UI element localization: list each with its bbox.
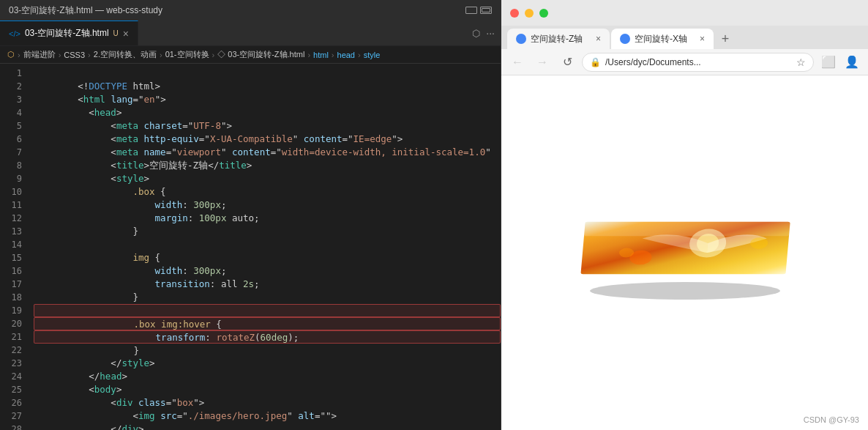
back-button[interactable]: ← bbox=[507, 52, 528, 73]
address-text: /Users/dyc/Documents... bbox=[605, 57, 792, 67]
rotated-hero-image bbox=[568, 194, 802, 311]
browser-tab-2[interactable]: 空间旋转-X轴 × bbox=[611, 29, 714, 49]
breadcrumb-item-frontend[interactable]: 前端进阶 bbox=[23, 49, 56, 60]
traffic-light-red[interactable] bbox=[510, 9, 519, 18]
browser-content: CSDN @GY-93 bbox=[501, 75, 868, 430]
tab-file-icon: </> bbox=[9, 29, 20, 38]
browser-tab-2-label: 空间旋转-X轴 bbox=[635, 33, 687, 45]
tab-actions: ⬡ ··· bbox=[466, 21, 501, 45]
nav-extra-buttons: ⬜ 👤 bbox=[818, 52, 862, 73]
breadcrumb-item-html[interactable]: html bbox=[313, 51, 329, 59]
tab-modified-indicator: U bbox=[113, 29, 119, 37]
window-minimize-btn[interactable] bbox=[465, 7, 477, 14]
active-tab[interactable]: </> 03-空间旋转-Z轴.html U × bbox=[0, 21, 138, 45]
breadcrumb-item-style[interactable]: style bbox=[364, 51, 381, 59]
code-editor[interactable]: 1 2 3 4 5 6 7 8 9 10 11 12 13 14 15 16 1… bbox=[0, 64, 501, 430]
browser-tabs: 空间旋转-Z轴 × 空间旋转-X轴 × + bbox=[501, 26, 868, 49]
code-line-14: img { bbox=[34, 238, 501, 251]
tab-close-button[interactable]: × bbox=[123, 29, 129, 39]
code-line-1: <!DOCTYPE html> bbox=[34, 67, 501, 80]
traffic-light-yellow[interactable] bbox=[525, 9, 534, 18]
sidebar-toggle-button[interactable]: ⬜ bbox=[818, 52, 839, 73]
address-bar[interactable]: 🔒 /Users/dyc/Documents... ☆ bbox=[582, 53, 814, 72]
more-actions-icon[interactable]: ··· bbox=[486, 27, 495, 39]
breadcrumb-item-1[interactable]: ⬡ bbox=[7, 50, 15, 59]
browser-tab-2-close[interactable]: × bbox=[700, 34, 705, 44]
refresh-button[interactable]: ↺ bbox=[557, 52, 577, 73]
breadcrumb-item-01[interactable]: 01-空间转换 bbox=[165, 49, 209, 60]
window-maximize-btn[interactable] bbox=[480, 7, 492, 14]
vscode-title-bar: 03-空间旋转-Z轴.html — web-css-study bbox=[0, 0, 501, 21]
code-lines: <!DOCTYPE html> <html lang="en"> <head> … bbox=[28, 64, 501, 430]
bookmark-icon[interactable]: ☆ bbox=[796, 56, 806, 68]
tab-favicon-2 bbox=[620, 34, 630, 44]
browser-tab-1[interactable]: 空间旋转-Z轴 × bbox=[507, 29, 610, 49]
code-line-19: .box img:hover { bbox=[34, 304, 501, 317]
browser-tab-1-close[interactable]: × bbox=[596, 34, 601, 44]
browser-title-bar bbox=[501, 0, 868, 26]
vscode-panel: 03-空间旋转-Z轴.html — web-css-study </> 03-空… bbox=[0, 0, 501, 430]
browser-panel: 空间旋转-Z轴 × 空间旋转-X轴 × + ← → ↺ 🔒 /Users/dyc… bbox=[501, 0, 868, 430]
csdn-watermark: CSDN @GY-93 bbox=[804, 415, 859, 424]
breadcrumb-item-css3[interactable]: CSS3 bbox=[64, 51, 85, 59]
breadcrumb-item-space[interactable]: 2.空间转换、动画 bbox=[94, 49, 157, 60]
traffic-light-green[interactable] bbox=[539, 9, 548, 18]
line-numbers: 1 2 3 4 5 6 7 8 9 10 11 12 13 14 15 16 1… bbox=[0, 64, 28, 430]
svg-rect-7 bbox=[583, 222, 790, 237]
demo-container bbox=[568, 194, 802, 311]
tab-label: 03-空间旋转-Z轴.html bbox=[25, 27, 109, 40]
title-bar-controls bbox=[465, 7, 492, 14]
split-editor-icon[interactable]: ⬡ bbox=[472, 28, 480, 39]
profile-button[interactable]: 👤 bbox=[842, 52, 862, 73]
browser-tab-1-label: 空间旋转-Z轴 bbox=[531, 33, 583, 45]
vscode-title: 03-空间旋转-Z轴.html — web-css-study bbox=[9, 4, 162, 17]
svg-point-0 bbox=[590, 282, 780, 300]
browser-nav: ← → ↺ 🔒 /Users/dyc/Documents... ☆ ⬜ 👤 bbox=[501, 49, 868, 75]
breadcrumb-item-head[interactable]: head bbox=[337, 51, 355, 59]
breadcrumb: ⬡ › 前端进阶 › CSS3 › 2.空间转换、动画 › 01-空间转换 › … bbox=[0, 46, 501, 64]
forward-button[interactable]: → bbox=[532, 52, 553, 73]
vscode-tab-bar: </> 03-空间旋转-Z轴.html U × ⬡ ··· bbox=[0, 21, 501, 46]
lock-icon: 🔒 bbox=[590, 57, 601, 67]
breadcrumb-item-file[interactable]: ◇ 03-空间旋转-Z轴.html bbox=[217, 49, 304, 60]
tab-favicon-1 bbox=[516, 34, 526, 44]
new-tab-button[interactable]: + bbox=[715, 29, 736, 49]
